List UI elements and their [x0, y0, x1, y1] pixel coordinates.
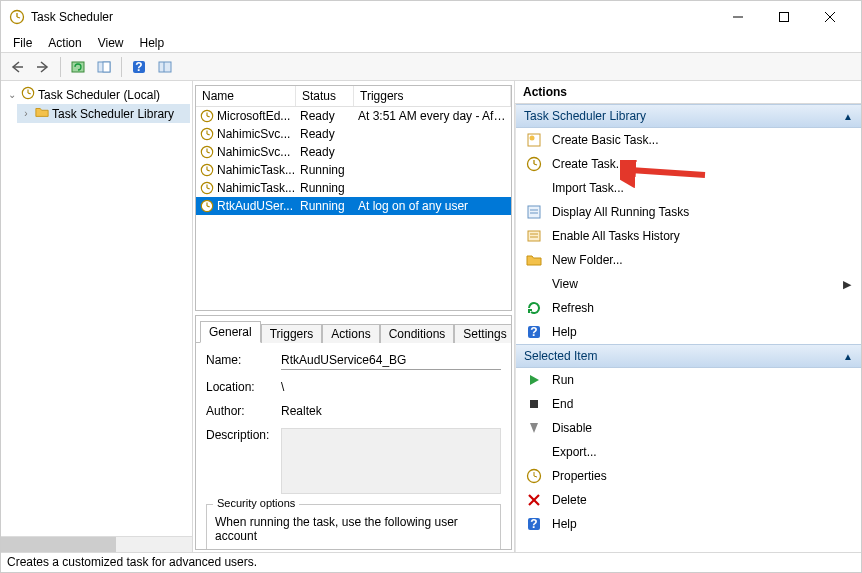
task-triggers: At 3:51 AM every day - After — [358, 109, 507, 123]
tab-conditions[interactable]: Conditions — [380, 324, 455, 343]
task-row[interactable]: MicrosoftEd...ReadyAt 3:51 AM every day … — [196, 107, 511, 125]
tab-settings[interactable]: Settings — [454, 324, 512, 343]
action-properties[interactable]: Properties — [516, 464, 861, 488]
tree-root-label: Task Scheduler (Local) — [38, 88, 160, 102]
minimize-button[interactable] — [715, 2, 761, 32]
tab-general[interactable]: General — [200, 321, 261, 343]
menu-action[interactable]: Action — [40, 34, 89, 52]
task-name: NahimicTask... — [217, 163, 300, 177]
svg-rect-14 — [159, 62, 171, 72]
window-title: Task Scheduler — [31, 10, 715, 24]
svg-rect-11 — [103, 62, 110, 72]
help-toolbar-button[interactable]: ? — [127, 55, 151, 79]
toolbar: ? — [1, 53, 861, 81]
expander-icon[interactable]: › — [20, 108, 32, 119]
action-import-task[interactable]: Import Task... — [516, 176, 861, 200]
collapse-icon[interactable]: ▲ — [843, 111, 853, 122]
action-disable[interactable]: Disable — [516, 416, 861, 440]
tree-h-scrollbar[interactable] — [1, 536, 192, 552]
actions-section-selected[interactable]: Selected Item ▲ — [516, 344, 861, 368]
maximize-button[interactable] — [761, 2, 807, 32]
action-export[interactable]: Export... — [516, 440, 861, 464]
action-refresh[interactable]: Refresh — [516, 296, 861, 320]
action-view[interactable]: View ▶ — [516, 272, 861, 296]
action-end[interactable]: End — [516, 392, 861, 416]
center-pane: Name Status Triggers MicrosoftEd...Ready… — [193, 81, 515, 552]
task-status: Ready — [300, 109, 358, 123]
disable-icon — [526, 420, 542, 436]
tree-library[interactable]: › Task Scheduler Library — [17, 104, 190, 123]
clock-icon — [200, 109, 214, 123]
svg-text:?: ? — [530, 325, 537, 339]
titlebar: Task Scheduler — [1, 1, 861, 33]
action-enable-history[interactable]: Enable All Tasks History — [516, 224, 861, 248]
tab-triggers[interactable]: Triggers — [261, 324, 323, 343]
description-box — [281, 428, 501, 494]
action-delete[interactable]: Delete — [516, 488, 861, 512]
forward-button[interactable] — [31, 55, 55, 79]
clock-icon — [200, 181, 214, 195]
panel-toggle-button[interactable] — [92, 55, 116, 79]
task-name: MicrosoftEd... — [217, 109, 300, 123]
actions-header: Actions — [515, 81, 861, 104]
security-options-group: Security options When running the task, … — [206, 504, 501, 549]
history-icon — [526, 228, 542, 244]
menubar: File Action View Help — [1, 33, 861, 53]
delete-icon — [526, 492, 542, 508]
task-row[interactable]: NahimicSvc...Ready — [196, 143, 511, 161]
action-help-2[interactable]: ? Help — [516, 512, 861, 536]
menu-help[interactable]: Help — [132, 34, 173, 52]
task-list[interactable]: Name Status Triggers MicrosoftEd...Ready… — [195, 85, 512, 311]
tab-actions[interactable]: Actions — [322, 324, 379, 343]
properties-icon — [526, 468, 542, 484]
tree-root[interactable]: ⌄ Task Scheduler (Local) — [3, 85, 190, 104]
col-triggers[interactable]: Triggers — [354, 86, 511, 106]
collapse-icon[interactable]: ▲ — [843, 351, 853, 362]
task-row[interactable]: RtkAudUSer...RunningAt log on of any use… — [196, 197, 511, 215]
name-value: RtkAudUService64_BG — [281, 353, 501, 370]
col-status[interactable]: Status — [296, 86, 354, 106]
back-button[interactable] — [5, 55, 29, 79]
tree-pane: ⌄ Task Scheduler (Local) › Task Schedule… — [1, 81, 193, 552]
action-new-folder[interactable]: New Folder... — [516, 248, 861, 272]
menu-view[interactable]: View — [90, 34, 132, 52]
refresh-toolbar-button[interactable] — [66, 55, 90, 79]
tree-library-label: Task Scheduler Library — [52, 107, 174, 121]
panel-layout-button[interactable] — [153, 55, 177, 79]
close-button[interactable] — [807, 2, 853, 32]
col-name[interactable]: Name — [196, 86, 296, 106]
help-icon: ? — [526, 324, 542, 340]
task-name: NahimicSvc... — [217, 145, 300, 159]
clock-icon — [200, 199, 214, 213]
actions-section-library[interactable]: Task Scheduler Library ▲ — [516, 104, 861, 128]
detail-panel: General Triggers Actions Conditions Sett… — [195, 315, 512, 550]
wizard-icon — [526, 132, 542, 148]
blank-icon — [526, 276, 542, 292]
svg-rect-45 — [528, 231, 540, 241]
task-status: Ready — [300, 127, 358, 141]
expander-icon[interactable]: ⌄ — [6, 89, 18, 100]
submenu-arrow-icon: ▶ — [843, 278, 851, 291]
task-name: RtkAudUSer... — [217, 199, 300, 213]
task-row[interactable]: NahimicSvc...Ready — [196, 125, 511, 143]
actions-pane: Actions Task Scheduler Library ▲ Create … — [515, 81, 861, 552]
action-create-task[interactable]: Create Task... — [516, 152, 861, 176]
task-row[interactable]: NahimicTask...Running — [196, 179, 511, 197]
task-status: Running — [300, 163, 358, 177]
security-legend: Security options — [213, 497, 299, 509]
status-bar: Creates a customized task for advanced u… — [1, 552, 861, 572]
svg-rect-37 — [528, 134, 540, 146]
task-row[interactable]: NahimicTask...Running — [196, 161, 511, 179]
task-name: NahimicSvc... — [217, 127, 300, 141]
location-label: Location: — [206, 380, 281, 394]
action-display-running[interactable]: Display All Running Tasks — [516, 200, 861, 224]
svg-rect-4 — [780, 13, 789, 22]
clock-icon — [200, 145, 214, 159]
action-help[interactable]: ? Help — [516, 320, 861, 344]
action-run[interactable]: Run — [516, 368, 861, 392]
task-list-header: Name Status Triggers — [196, 86, 511, 107]
task-status: Ready — [300, 145, 358, 159]
action-create-basic-task[interactable]: Create Basic Task... — [516, 128, 861, 152]
list-icon — [526, 204, 542, 220]
menu-file[interactable]: File — [5, 34, 40, 52]
